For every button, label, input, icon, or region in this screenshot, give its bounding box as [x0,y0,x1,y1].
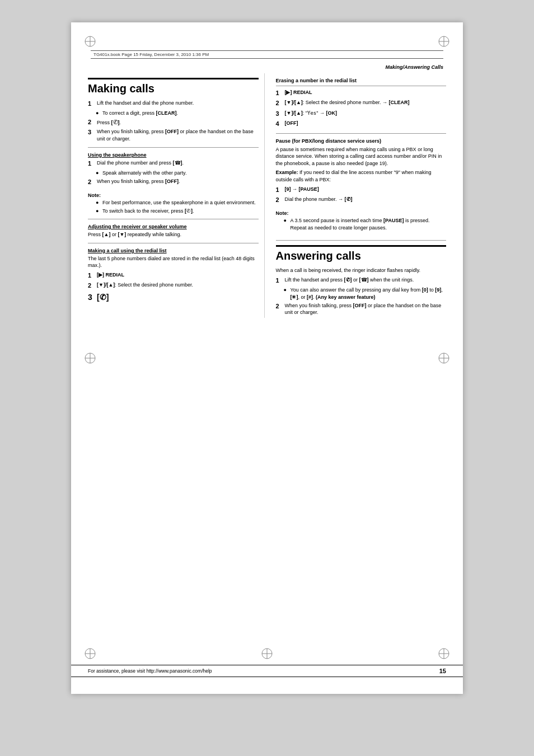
bullet-correct: ● To correct a digit, press [CLEAR]. [88,110,259,117]
pause-note-section: Note: [276,207,447,217]
step-2-text: Press [✆]. [97,118,121,126]
step-3-num: 3 [88,128,95,142]
pause-step-2-text: Dial the phone number. → [✆] [285,196,353,204]
note-1: ● For best performance, use the speakerp… [88,199,259,206]
pause-step-1: 1 [9] → [PAUSE] [276,186,447,194]
note-2: ● To switch back to the receiver, press … [88,208,259,215]
answer-step-1-num: 1 [276,276,283,285]
redial-step-1-num: 1 [88,271,95,280]
reg-mark-br [437,647,451,660]
erase-step-2-num: 2 [276,99,283,107]
redial-step-3-num: 3 [88,292,95,303]
answer-step-1-text: Lift the handset and press [✆] or [☎] wh… [285,276,414,285]
redial-step-2: 2 [▼]/[▲]: Select the desired phone numb… [88,281,259,290]
sp-step-1-text: Dial the phone number and press [☎]. [97,159,184,168]
erase-step-1: 1 [▶] REDIAL [276,89,447,97]
file-info: TG401x.book Page 15 Friday, December 3, … [93,52,209,57]
answer-step-2-text: When you finish talking, press [OFF] or … [285,302,447,316]
note-1-text: For best performance, use the speakerpho… [102,199,256,206]
note-2-text: To switch back to the receiver, press [✆… [102,208,194,215]
pause-note-label: Note: [276,210,289,216]
volume-title: Adjusting the receiver or speaker volume [88,224,259,229]
answer-bullet-1: ● You can also answer the call by pressi… [276,287,447,300]
erase-step-4: 4 [OFF] [276,120,447,128]
erase-step-1-num: 1 [276,89,283,97]
redial-step-1: 1 [▶] REDIAL [88,271,259,280]
page-footer: For assistance, please visit http://www.… [71,665,463,677]
footer-text: For assistance, please visit http://www.… [88,668,212,674]
redial-desc: The last 5 phone numbers dialed are stor… [88,255,259,269]
page-number: 15 [439,668,446,674]
redial-step-3-text: [✆] [97,292,109,303]
pause-step-1-text: [9] → [PAUSE] [285,186,319,194]
step-1: 1 Lift the handset and dial the phone nu… [88,100,259,108]
reg-mark-tr [437,35,451,48]
answer-step-1: 1 Lift the handset and press [✆] or [☎] … [276,276,447,285]
divider-2 [88,219,259,219]
erase-step-2-text: [▼]/[▲]: Select the desired phone number… [285,99,410,107]
sp-step-2-num: 2 [88,178,95,186]
reg-mark-mid-r [437,351,451,365]
step-3-text: When you finish talking, press [OFF] or … [97,128,259,142]
step-1-text: Lift the handset and dial the phone numb… [97,100,194,108]
section-header: Making/Answering Calls [385,64,443,70]
step-2-num: 2 [88,118,95,126]
reg-mark-bl [83,647,97,660]
erase-step-2: 2 [▼]/[▲]: Select the desired phone numb… [276,99,447,107]
answer-step-2: 2 When you finish talking, press [OFF] o… [276,302,447,316]
erase-step-3: 3 [▼]/[▲]: "Yes" → [OK] [276,110,447,118]
erasing-title: Erasing a number in the redial list [276,78,447,83]
answer-step-2-num: 2 [276,302,283,316]
erase-step-4-num: 4 [276,120,283,128]
pause-desc: A pause is sometimes required when makin… [276,146,447,167]
redial-title: Making a call using the redial list [88,248,259,253]
answering-desc: When a call is being received, the ringe… [276,267,447,274]
note-label: Note: [88,192,101,198]
reg-mark-mid-l [83,351,97,365]
step-2: 2 Press [✆]. [88,118,259,126]
note-bullet-2: ● [96,208,100,215]
redial-step-1-text: [▶] REDIAL [97,271,124,280]
sp-bullet-1: ● Speak alternately with the other party… [88,170,259,177]
answer-bullet-text: You can also answer the call by pressing… [291,287,447,300]
sp-step-1-num: 1 [88,159,95,168]
pause-step-2: 2 Dial the phone number. → [✆] [276,196,447,204]
step-3: 3 When you finish talking, press [OFF] o… [88,128,259,142]
erase-step-4-text: [OFF] [285,120,298,128]
erase-step-3-num: 3 [276,110,283,118]
bullet-correct-text: To correct a digit, press [CLEAR]. [102,110,178,117]
note-section: Note: [88,189,259,199]
reg-mark-tl [83,35,97,48]
divider-3 [88,243,259,243]
erasing-divider [276,86,447,86]
volume-text: Press [▲] or [▼] repeatedly while talkin… [88,231,259,238]
making-calls-title: Making calls [88,78,259,95]
divider-1 [88,147,259,148]
example-label: Example: [276,170,298,175]
pause-title: Pause (for PBX/long distance service use… [276,138,447,144]
sp-bullet-icon: ● [96,170,100,177]
erase-step-3-text: [▼]/[▲]: "Yes" → [OK] [285,110,337,118]
right-column: Erasing a number in the redial list 1 [▶… [273,73,447,318]
pause-example: Example: If you need to dial the line ac… [276,169,447,183]
pause-divider [276,133,447,134]
bullet-icon: ● [96,110,100,117]
note-bullet-1: ● [96,199,100,206]
redial-step-2-text: [▼]/[▲]: Select the desired phone number… [97,281,193,290]
sp-step-1: 1 Dial the phone number and press [☎]. [88,159,259,168]
reg-mark-bot-mid [260,647,274,660]
page: TG401x.book Page 15 Friday, December 3, … [71,22,463,694]
step-1-num: 1 [88,100,95,108]
left-column: Making calls 1 Lift the handset and dial… [88,73,265,318]
pause-step-1-num: 1 [276,186,283,194]
sp-step-2-text: When you finish talking, press [OFF]. [97,178,180,186]
sp-bullet-text: Speak alternately with the other party. [102,170,186,177]
pause-note-bullet: ● [284,217,288,231]
pause-note-1: ● A 3.5 second pause is inserted each ti… [276,217,447,231]
sp-step-2: 2 When you finish talking, press [OFF]. [88,178,259,186]
speakerphone-title: Using the speakerphone [88,152,259,158]
answering-calls-title: Answering calls [276,245,447,262]
pause-step-2-num: 2 [276,196,283,204]
answer-bullet-icon: ● [284,287,288,300]
answering-divider [276,240,447,241]
